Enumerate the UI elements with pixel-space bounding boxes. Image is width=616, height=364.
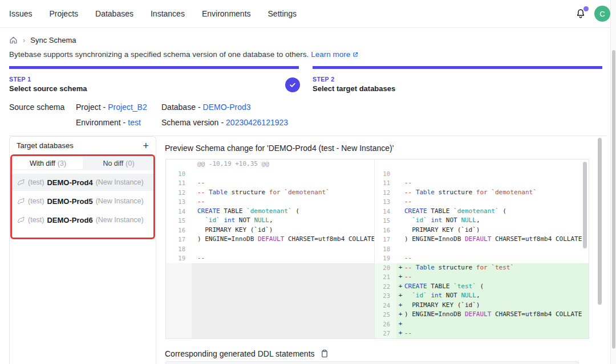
diff-blank-line [375, 159, 589, 169]
target-panel-title: Target databases [17, 141, 74, 150]
database-note: (New Instance) [96, 178, 144, 186]
external-link-icon [352, 51, 359, 58]
home-icon[interactable] [9, 36, 18, 44]
step-complete-badge [285, 77, 300, 92]
schema-version-link[interactable]: 20230426121923 [226, 118, 288, 127]
diff-pane-original[interactable]: @@ -10,19 +10,35 @@1011--12-- Table stru… [166, 159, 375, 338]
diff-editor-scrollbar[interactable] [583, 162, 587, 248]
field-schema-version-name: Schema version [161, 118, 218, 127]
step1-progress-bar [9, 66, 299, 69]
diff-line-right-23: 23+ `id` int NOT NULL, [375, 291, 589, 301]
tab-no-diff-count: (0) [125, 159, 134, 167]
step1-title: Select source schema [9, 84, 87, 93]
panel-scrollbar[interactable] [598, 138, 602, 305]
diff-line-right-13: 13-- [375, 197, 589, 207]
schema-diff-editor: @@ -10,19 +10,35 @@1011--12-- Table stru… [165, 159, 589, 339]
database-environment: (test) [28, 197, 44, 205]
database-link[interactable]: DEMO-Prod3 [203, 103, 251, 112]
diff-line-left-19: 19-- [166, 253, 374, 263]
breadcrumb: › Sync Schema [9, 36, 76, 44]
field-environment-name: Environment [76, 118, 121, 127]
field-environment: Environment-test [76, 118, 141, 127]
mysql-db-icon [17, 197, 25, 205]
database-environment: (test) [28, 178, 44, 186]
database-name: DEMO-Prod4 [47, 178, 92, 187]
top-nav: IssuesProjectsDatabasesInstancesEnvironm… [0, 0, 616, 28]
field-database: Database-DEMO-Prod3 [161, 103, 251, 112]
tab-no-diff[interactable]: No diff (0) [84, 156, 153, 170]
database-environment: (test) [28, 216, 44, 224]
breadcrumb-separator: › [23, 36, 25, 44]
diff-line-right-14: 14CREATE TABLE `demotenant` ( [375, 207, 589, 216]
intro-sentence: Bytebase supports synchronizing a specif… [9, 50, 309, 59]
source-schema-label: Source schema [9, 103, 64, 112]
target-databases-panel: Target databases + With diff (3) No diff… [9, 136, 156, 364]
avatar[interactable]: C [594, 6, 610, 22]
diff-line-right-17: 17) ENGINE=InnoDB DEFAULT CHARSET=utf8mb… [375, 235, 589, 244]
diff-line-left-10: 10 [166, 169, 374, 179]
nav-right: C [575, 0, 610, 27]
learn-more-label: Learn more [311, 50, 350, 59]
database-note: (New Instance) [96, 216, 144, 224]
step1: STEP 1 Select source schema [9, 76, 87, 93]
target-panel-header: Target databases + [10, 137, 156, 153]
nav-item-instances[interactable]: Instances [151, 9, 185, 18]
diff-left-filler [166, 263, 374, 339]
check-icon [289, 81, 297, 89]
tab-with-diff[interactable]: With diff (3) [13, 157, 83, 169]
diff-line-right-15: 15 `id` int NOT NULL, [375, 216, 589, 226]
project-link[interactable]: Project_B2 [108, 103, 147, 112]
field-project-name: Project [76, 103, 101, 112]
diff-line-right-27: 27+-- [375, 329, 589, 338]
diff-hunk-header: @@ -10,19 +10,35 @@ [166, 159, 374, 169]
ddl-title-text: Corresponding generated DDL statements [165, 349, 315, 358]
environment-link[interactable]: test [128, 118, 141, 127]
diff-pane-modified[interactable]: 1011--12-- Table structure for `demotena… [375, 159, 589, 338]
diff-line-right-24: 24+ PRIMARY KEY (`id`) [375, 301, 589, 310]
ddl-editor-top-edge [165, 361, 579, 364]
field-separator: - [103, 103, 106, 112]
database-note: (New Instance) [96, 197, 144, 205]
diff-line-left-13: 13-- [166, 197, 374, 207]
copy-icon[interactable] [320, 349, 329, 358]
notifications-button[interactable] [575, 7, 586, 20]
preview-title: Preview Schema change for 'DEMO-Prod4 (t… [165, 144, 394, 153]
field-separator: - [198, 103, 201, 112]
diff-line-right-10: 10 [375, 169, 589, 179]
diff-line-right-12: 12-- Table structure for `demotenant` [375, 188, 589, 198]
field-separator: - [123, 118, 126, 127]
step2-progress-bar [313, 66, 602, 69]
diff-line-left-18: 18 [166, 244, 374, 254]
page-scrollbar-thumb[interactable] [612, 50, 615, 349]
step2-label: STEP 2 [313, 76, 395, 83]
database-item-demo-prod5[interactable]: (test)DEMO-Prod5(New Instance) [12, 193, 153, 210]
mysql-db-icon [17, 216, 25, 224]
nav-item-environments[interactable]: Environments [202, 9, 251, 18]
diff-line-right-26: 26+ [375, 320, 589, 329]
add-icon[interactable]: + [143, 142, 149, 150]
nav-item-settings[interactable]: Settings [268, 9, 297, 18]
step1-label: STEP 1 [9, 76, 87, 83]
nav-item-projects[interactable]: Projects [49, 9, 78, 18]
tab-no-diff-label: No diff [103, 159, 123, 167]
step2: STEP 2 Select target databases [313, 76, 395, 93]
diff-line-left-16: 16 PRIMARY KEY (`id`) [166, 226, 374, 235]
diff-line-left-14: 14CREATE TABLE `demotenant` ( [166, 207, 374, 216]
mysql-db-icon [17, 178, 25, 186]
ddl-section-title: Corresponding generated DDL statements [165, 349, 329, 358]
breadcrumb-current: Sync Schema [30, 36, 76, 44]
diff-line-left-17: 17) ENGINE=InnoDB DEFAULT CHARSET=utf8mb… [166, 235, 374, 244]
diff-line-right-22: 22+CREATE TABLE `test` ( [375, 282, 589, 292]
diff-line-right-16: 16 PRIMARY KEY (`id`) [375, 226, 589, 235]
nav-item-issues[interactable]: Issues [9, 9, 32, 18]
primary-nav: IssuesProjectsDatabasesInstancesEnvironm… [9, 0, 297, 27]
database-item-demo-prod6[interactable]: (test)DEMO-Prod6(New Instance) [12, 211, 153, 228]
diff-line-right-21: 21+-- [375, 272, 589, 282]
diff-line-right-25: 25+) ENGINE=InnoDB DEFAULT CHARSET=utf8m… [375, 310, 589, 320]
nav-item-databases[interactable]: Databases [95, 9, 133, 18]
learn-more-link[interactable]: Learn more [311, 50, 359, 59]
diff-line-left-12: 12-- Table structure for `demotenant` [166, 188, 374, 198]
database-item-demo-prod4[interactable]: (test)DEMO-Prod4(New Instance) [12, 174, 153, 191]
notification-dot [583, 6, 589, 11]
field-schema-version: Schema version-20230426121923 [161, 118, 288, 127]
